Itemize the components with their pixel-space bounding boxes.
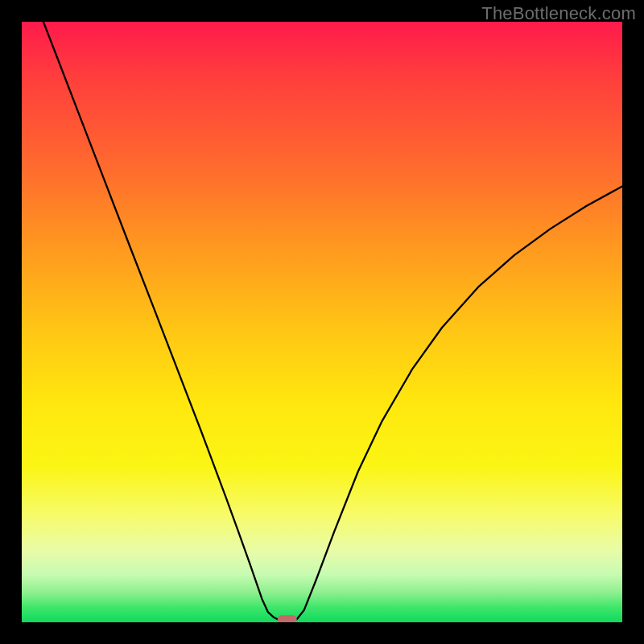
- min-marker: [278, 615, 297, 622]
- right-branch-path: [297, 186, 622, 619]
- plot-area: [22, 22, 622, 622]
- curve-layer: [22, 22, 622, 622]
- watermark-text: TheBottleneck.com: [481, 3, 636, 24]
- left-branch-path: [43, 22, 278, 619]
- chart-frame: TheBottleneck.com: [0, 0, 644, 644]
